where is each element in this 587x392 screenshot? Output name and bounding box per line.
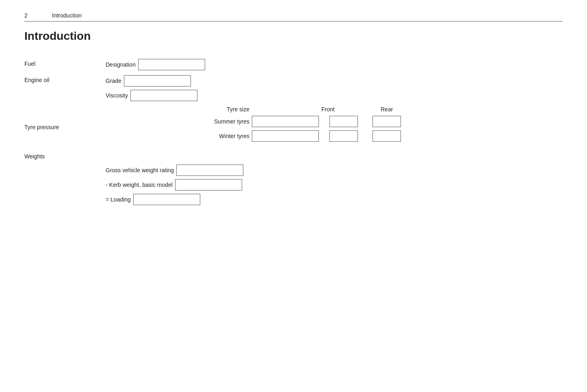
engine-oil-grade-input[interactable] bbox=[124, 75, 191, 87]
loading-row: = Loading bbox=[106, 194, 563, 205]
weights-section: Weights Gross vehicle weight rating - Ke… bbox=[24, 153, 563, 205]
fuel-label: Fuel bbox=[24, 59, 106, 67]
weights-fields: Gross vehicle weight rating - Kerb weigh… bbox=[106, 165, 563, 205]
summer-front-input[interactable] bbox=[329, 116, 358, 127]
fuel-section: Fuel Designation bbox=[24, 59, 563, 70]
kerb-weight-label: - Kerb weight, basic model bbox=[106, 182, 173, 188]
engine-oil-viscosity-label: Viscosity bbox=[106, 92, 128, 99]
summer-tyres-row: Summer tyres bbox=[106, 116, 419, 127]
tyre-pressure-section: Tyre pressure Tyre size Front Rear bbox=[24, 106, 563, 145]
engine-oil-label: Engine oil bbox=[24, 75, 106, 83]
fuel-designation-row: Designation bbox=[106, 59, 205, 70]
tyre-size-header-label: Tyre size bbox=[227, 106, 249, 113]
kerb-weight-row: - Kerb weight, basic model bbox=[106, 179, 563, 191]
engine-oil-section: Engine oil Grade Viscosity bbox=[24, 75, 563, 101]
winter-size-input[interactable] bbox=[252, 130, 319, 142]
winter-tyres-row: Winter tyres bbox=[106, 130, 419, 142]
summer-rear-input[interactable] bbox=[373, 116, 401, 127]
winter-front-input[interactable] bbox=[329, 130, 358, 142]
tyre-front-col-header: Front bbox=[321, 106, 366, 113]
page-title: Introduction bbox=[24, 30, 563, 43]
engine-oil-viscosity-row: Viscosity bbox=[106, 90, 197, 101]
summer-size-input[interactable] bbox=[252, 116, 319, 127]
winter-tyres-label: Winter tyres bbox=[106, 133, 252, 139]
tyre-header-row: Tyre size Front Rear bbox=[106, 106, 419, 113]
engine-oil-grade-label: Grade bbox=[106, 78, 121, 84]
gross-weight-label: Gross vehicle weight rating bbox=[106, 167, 174, 173]
loading-label: = Loading bbox=[106, 196, 131, 203]
fuel-designation-label: Designation bbox=[106, 61, 136, 68]
loading-input[interactable] bbox=[133, 194, 200, 205]
page-header: 2 Introduction bbox=[24, 12, 563, 22]
page-container: 2 Introduction Introduction Fuel Designa… bbox=[0, 0, 587, 217]
fuel-designation-input[interactable] bbox=[138, 59, 205, 70]
engine-oil-grade-row: Grade bbox=[106, 75, 197, 87]
summer-tyres-label: Summer tyres bbox=[106, 118, 252, 125]
kerb-weight-input[interactable] bbox=[175, 179, 242, 191]
engine-oil-fields: Grade Viscosity bbox=[106, 75, 197, 101]
winter-rear-input[interactable] bbox=[373, 130, 401, 142]
engine-oil-viscosity-input[interactable] bbox=[130, 90, 197, 101]
tyre-rear-col-header: Rear bbox=[366, 106, 419, 113]
gross-weight-row: Gross vehicle weight rating bbox=[106, 165, 563, 176]
rear-header-label: Rear bbox=[381, 106, 393, 113]
tyre-fields: Tyre size Front Rear Summer tyres bbox=[106, 106, 419, 145]
weights-label: Weights bbox=[24, 153, 563, 160]
page-number: 2 bbox=[24, 12, 28, 19]
front-header-label: Front bbox=[321, 106, 335, 113]
fuel-fields: Designation bbox=[106, 59, 205, 70]
content-area: Fuel Designation Engine oil Grade Viscos… bbox=[24, 55, 563, 205]
gross-weight-input[interactable] bbox=[176, 165, 243, 176]
header-title: Introduction bbox=[52, 12, 82, 19]
tyre-pressure-label: Tyre pressure bbox=[24, 106, 106, 130]
tyre-size-col-header: Tyre size bbox=[106, 106, 252, 113]
